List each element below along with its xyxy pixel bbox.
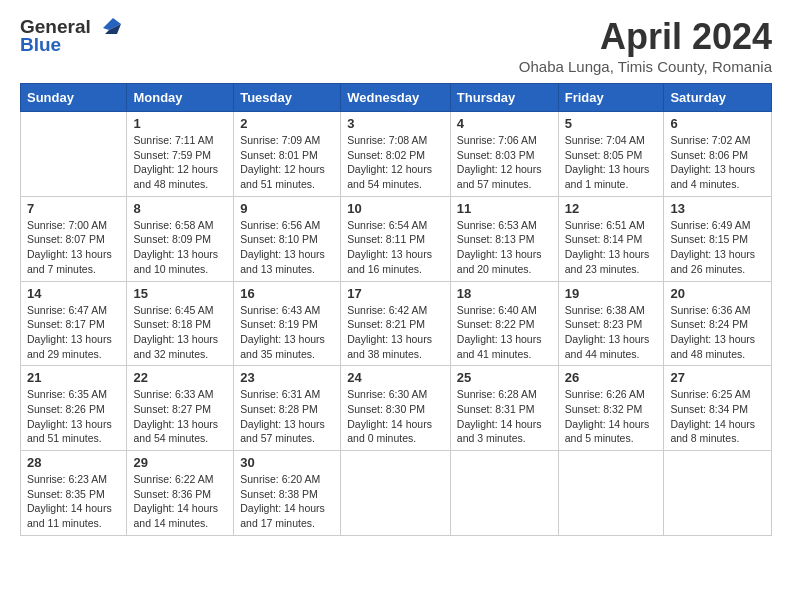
calendar-week-1: 1Sunrise: 7:11 AMSunset: 7:59 PMDaylight… bbox=[21, 112, 772, 197]
day-number: 2 bbox=[240, 116, 334, 131]
weekday-header-friday: Friday bbox=[558, 84, 664, 112]
calendar-cell: 22Sunrise: 6:33 AMSunset: 8:27 PMDayligh… bbox=[127, 366, 234, 451]
day-number: 28 bbox=[27, 455, 120, 470]
calendar-cell: 4Sunrise: 7:06 AMSunset: 8:03 PMDaylight… bbox=[450, 112, 558, 197]
day-number: 30 bbox=[240, 455, 334, 470]
calendar-cell: 17Sunrise: 6:42 AMSunset: 8:21 PMDayligh… bbox=[341, 281, 451, 366]
day-info: Sunrise: 6:20 AMSunset: 8:38 PMDaylight:… bbox=[240, 472, 334, 531]
calendar-cell bbox=[450, 451, 558, 536]
day-number: 10 bbox=[347, 201, 444, 216]
calendar-cell: 10Sunrise: 6:54 AMSunset: 8:11 PMDayligh… bbox=[341, 196, 451, 281]
day-info: Sunrise: 6:45 AMSunset: 8:18 PMDaylight:… bbox=[133, 303, 227, 362]
day-info: Sunrise: 7:02 AMSunset: 8:06 PMDaylight:… bbox=[670, 133, 765, 192]
day-info: Sunrise: 6:28 AMSunset: 8:31 PMDaylight:… bbox=[457, 387, 552, 446]
calendar-week-2: 7Sunrise: 7:00 AMSunset: 8:07 PMDaylight… bbox=[21, 196, 772, 281]
logo-blue-text: Blue bbox=[20, 34, 61, 56]
calendar-cell bbox=[664, 451, 772, 536]
day-number: 15 bbox=[133, 286, 227, 301]
calendar-cell: 24Sunrise: 6:30 AMSunset: 8:30 PMDayligh… bbox=[341, 366, 451, 451]
calendar-cell: 30Sunrise: 6:20 AMSunset: 8:38 PMDayligh… bbox=[234, 451, 341, 536]
location-subtitle: Ohaba Lunga, Timis County, Romania bbox=[519, 58, 772, 75]
calendar-cell: 15Sunrise: 6:45 AMSunset: 8:18 PMDayligh… bbox=[127, 281, 234, 366]
calendar-cell: 29Sunrise: 6:22 AMSunset: 8:36 PMDayligh… bbox=[127, 451, 234, 536]
calendar-cell: 5Sunrise: 7:04 AMSunset: 8:05 PMDaylight… bbox=[558, 112, 664, 197]
day-number: 20 bbox=[670, 286, 765, 301]
weekday-header-thursday: Thursday bbox=[450, 84, 558, 112]
calendar-cell: 20Sunrise: 6:36 AMSunset: 8:24 PMDayligh… bbox=[664, 281, 772, 366]
day-info: Sunrise: 6:58 AMSunset: 8:09 PMDaylight:… bbox=[133, 218, 227, 277]
weekday-header-monday: Monday bbox=[127, 84, 234, 112]
logo-bird-icon bbox=[95, 16, 121, 38]
calendar-cell bbox=[21, 112, 127, 197]
day-number: 18 bbox=[457, 286, 552, 301]
day-number: 9 bbox=[240, 201, 334, 216]
calendar-table: SundayMondayTuesdayWednesdayThursdayFrid… bbox=[20, 83, 772, 536]
day-info: Sunrise: 6:22 AMSunset: 8:36 PMDaylight:… bbox=[133, 472, 227, 531]
calendar-cell: 16Sunrise: 6:43 AMSunset: 8:19 PMDayligh… bbox=[234, 281, 341, 366]
day-info: Sunrise: 6:49 AMSunset: 8:15 PMDaylight:… bbox=[670, 218, 765, 277]
day-info: Sunrise: 6:43 AMSunset: 8:19 PMDaylight:… bbox=[240, 303, 334, 362]
calendar-cell bbox=[341, 451, 451, 536]
day-number: 1 bbox=[133, 116, 227, 131]
title-block: April 2024 Ohaba Lunga, Timis County, Ro… bbox=[519, 16, 772, 75]
day-number: 4 bbox=[457, 116, 552, 131]
day-number: 24 bbox=[347, 370, 444, 385]
day-number: 3 bbox=[347, 116, 444, 131]
calendar-week-5: 28Sunrise: 6:23 AMSunset: 8:35 PMDayligh… bbox=[21, 451, 772, 536]
calendar-cell: 7Sunrise: 7:00 AMSunset: 8:07 PMDaylight… bbox=[21, 196, 127, 281]
day-info: Sunrise: 6:42 AMSunset: 8:21 PMDaylight:… bbox=[347, 303, 444, 362]
day-number: 16 bbox=[240, 286, 334, 301]
day-info: Sunrise: 6:51 AMSunset: 8:14 PMDaylight:… bbox=[565, 218, 658, 277]
calendar-cell: 3Sunrise: 7:08 AMSunset: 8:02 PMDaylight… bbox=[341, 112, 451, 197]
day-info: Sunrise: 6:30 AMSunset: 8:30 PMDaylight:… bbox=[347, 387, 444, 446]
day-number: 27 bbox=[670, 370, 765, 385]
day-info: Sunrise: 6:54 AMSunset: 8:11 PMDaylight:… bbox=[347, 218, 444, 277]
calendar-cell: 14Sunrise: 6:47 AMSunset: 8:17 PMDayligh… bbox=[21, 281, 127, 366]
calendar-cell: 28Sunrise: 6:23 AMSunset: 8:35 PMDayligh… bbox=[21, 451, 127, 536]
calendar-week-4: 21Sunrise: 6:35 AMSunset: 8:26 PMDayligh… bbox=[21, 366, 772, 451]
calendar-cell: 19Sunrise: 6:38 AMSunset: 8:23 PMDayligh… bbox=[558, 281, 664, 366]
day-info: Sunrise: 6:53 AMSunset: 8:13 PMDaylight:… bbox=[457, 218, 552, 277]
calendar-cell: 25Sunrise: 6:28 AMSunset: 8:31 PMDayligh… bbox=[450, 366, 558, 451]
day-info: Sunrise: 7:11 AMSunset: 7:59 PMDaylight:… bbox=[133, 133, 227, 192]
day-number: 26 bbox=[565, 370, 658, 385]
calendar-week-3: 14Sunrise: 6:47 AMSunset: 8:17 PMDayligh… bbox=[21, 281, 772, 366]
calendar-cell: 11Sunrise: 6:53 AMSunset: 8:13 PMDayligh… bbox=[450, 196, 558, 281]
day-info: Sunrise: 7:00 AMSunset: 8:07 PMDaylight:… bbox=[27, 218, 120, 277]
day-info: Sunrise: 6:36 AMSunset: 8:24 PMDaylight:… bbox=[670, 303, 765, 362]
weekday-header-sunday: Sunday bbox=[21, 84, 127, 112]
day-info: Sunrise: 6:56 AMSunset: 8:10 PMDaylight:… bbox=[240, 218, 334, 277]
day-number: 6 bbox=[670, 116, 765, 131]
day-number: 8 bbox=[133, 201, 227, 216]
calendar-cell: 13Sunrise: 6:49 AMSunset: 8:15 PMDayligh… bbox=[664, 196, 772, 281]
day-info: Sunrise: 7:04 AMSunset: 8:05 PMDaylight:… bbox=[565, 133, 658, 192]
day-info: Sunrise: 6:35 AMSunset: 8:26 PMDaylight:… bbox=[27, 387, 120, 446]
day-info: Sunrise: 6:47 AMSunset: 8:17 PMDaylight:… bbox=[27, 303, 120, 362]
calendar-cell: 18Sunrise: 6:40 AMSunset: 8:22 PMDayligh… bbox=[450, 281, 558, 366]
day-number: 12 bbox=[565, 201, 658, 216]
day-info: Sunrise: 6:38 AMSunset: 8:23 PMDaylight:… bbox=[565, 303, 658, 362]
weekday-header-tuesday: Tuesday bbox=[234, 84, 341, 112]
day-number: 17 bbox=[347, 286, 444, 301]
month-title: April 2024 bbox=[519, 16, 772, 58]
weekday-header-saturday: Saturday bbox=[664, 84, 772, 112]
day-number: 21 bbox=[27, 370, 120, 385]
day-info: Sunrise: 7:06 AMSunset: 8:03 PMDaylight:… bbox=[457, 133, 552, 192]
calendar-cell: 6Sunrise: 7:02 AMSunset: 8:06 PMDaylight… bbox=[664, 112, 772, 197]
calendar-cell: 23Sunrise: 6:31 AMSunset: 8:28 PMDayligh… bbox=[234, 366, 341, 451]
day-number: 13 bbox=[670, 201, 765, 216]
day-number: 7 bbox=[27, 201, 120, 216]
day-number: 25 bbox=[457, 370, 552, 385]
day-number: 5 bbox=[565, 116, 658, 131]
day-info: Sunrise: 6:26 AMSunset: 8:32 PMDaylight:… bbox=[565, 387, 658, 446]
day-info: Sunrise: 7:08 AMSunset: 8:02 PMDaylight:… bbox=[347, 133, 444, 192]
calendar-cell: 9Sunrise: 6:56 AMSunset: 8:10 PMDaylight… bbox=[234, 196, 341, 281]
day-info: Sunrise: 7:09 AMSunset: 8:01 PMDaylight:… bbox=[240, 133, 334, 192]
day-number: 23 bbox=[240, 370, 334, 385]
logo: General Blue bbox=[20, 16, 121, 56]
day-number: 14 bbox=[27, 286, 120, 301]
calendar-cell: 26Sunrise: 6:26 AMSunset: 8:32 PMDayligh… bbox=[558, 366, 664, 451]
calendar-cell: 27Sunrise: 6:25 AMSunset: 8:34 PMDayligh… bbox=[664, 366, 772, 451]
day-number: 19 bbox=[565, 286, 658, 301]
day-number: 22 bbox=[133, 370, 227, 385]
